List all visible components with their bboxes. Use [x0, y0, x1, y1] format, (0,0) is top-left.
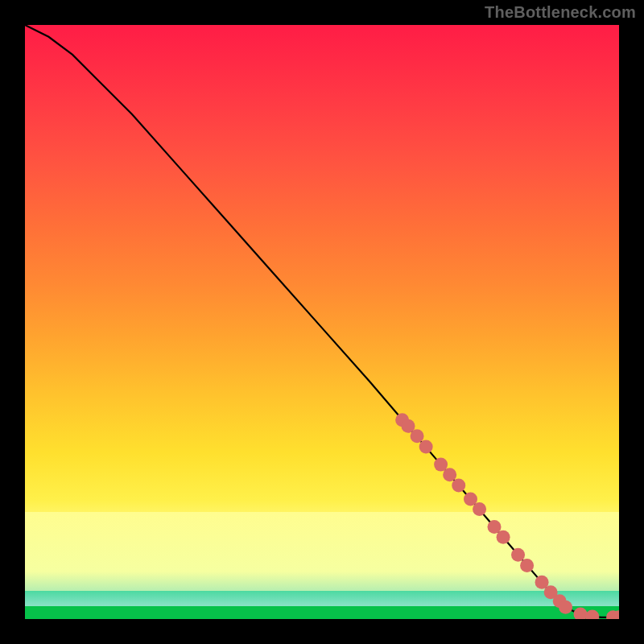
main-curve: [25, 25, 619, 617]
data-marker: [511, 548, 525, 562]
data-marker: [585, 610, 599, 619]
watermark-label: TheBottleneck.com: [485, 3, 636, 22]
data-marker: [452, 478, 465, 492]
data-marker: [473, 502, 486, 516]
data-marker: [497, 530, 510, 544]
data-marker: [419, 440, 433, 453]
data-marker: [574, 608, 588, 619]
plot-area: [25, 25, 619, 619]
data-marker: [559, 601, 572, 614]
chart-svg: [25, 25, 619, 619]
data-marker: [443, 468, 456, 481]
data-marker: [520, 559, 534, 572]
chart-frame: TheBottleneck.com: [0, 0, 644, 644]
data-marker: [411, 429, 424, 443]
marker-group: [395, 413, 619, 619]
